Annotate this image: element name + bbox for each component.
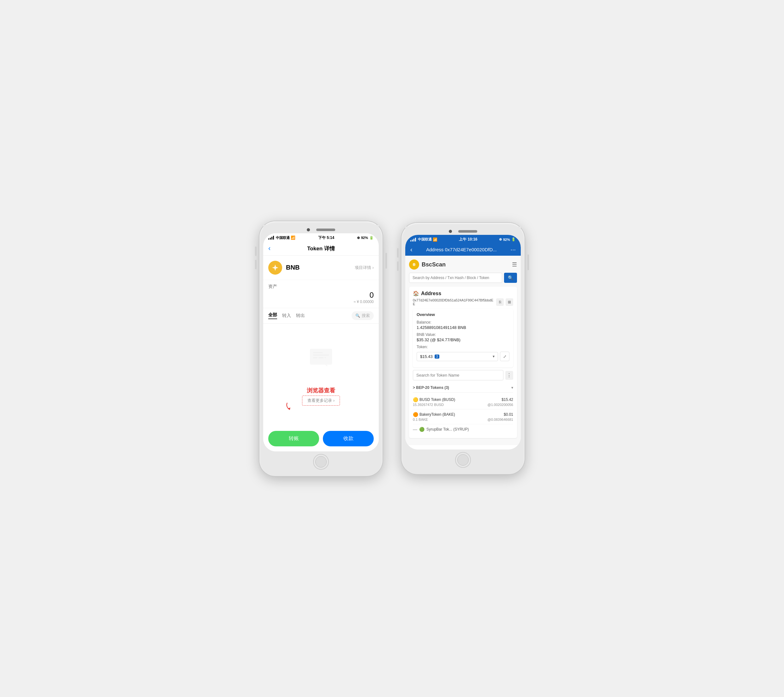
balance-row: Balance: 1.4258891081491148 BNB — [417, 320, 509, 330]
volume-up-btn-2[interactable] — [397, 248, 399, 258]
location-icon-2: ⊕ — [499, 237, 502, 242]
search-box[interactable]: 🔍 搜索 — [352, 311, 374, 320]
battery-icon-2: 🔋 — [511, 237, 516, 242]
project-detail-link[interactable]: 项目详情 › — [355, 265, 374, 270]
empty-state — [263, 323, 379, 381]
svg-rect-1 — [310, 349, 332, 364]
front-camera-2 — [449, 230, 452, 233]
bscscan-header: B BscScan ☰ — [409, 259, 517, 270]
bep20-header[interactable]: > BEP-20 Tokens (3) ▾ — [413, 383, 513, 393]
empty-icon — [305, 343, 337, 368]
receive-button[interactable]: 收款 — [323, 431, 374, 447]
token-count-badge: 3 — [435, 354, 440, 359]
bscscan-back-btn[interactable]: ‹ — [410, 246, 412, 253]
nav-header-phone1: ‹ Token 详情 — [263, 242, 379, 256]
busd-amount: 15.39267472 BUSD — [413, 403, 444, 407]
hamburger-menu[interactable]: ☰ — [512, 261, 517, 268]
bake-amount: 0.1 BAKE — [413, 418, 428, 422]
overview-title: Overview — [417, 312, 509, 317]
home-button-inner-2 — [457, 454, 469, 466]
filter-in[interactable]: 转入 — [282, 313, 291, 318]
token-expand-btn[interactable]: ⤢ — [500, 352, 509, 361]
signal-icon-2 — [410, 238, 416, 242]
asset-amount: 0 — [268, 291, 374, 300]
status-time-2: 上午 10:16 — [459, 237, 477, 242]
address-section-title: 🏠 Address — [413, 290, 513, 297]
token-search-input[interactable] — [413, 370, 503, 381]
carrier-name-2: 中国联通 — [418, 237, 432, 242]
overview-card: Overview Balance: 1.4258891081491148 BNB… — [413, 308, 513, 367]
home-button-phone1[interactable] — [313, 454, 329, 470]
svg-rect-2 — [313, 352, 323, 353]
asset-section: 资产 0 ≈ ¥ 0.00000 — [263, 280, 379, 308]
signal-icon — [268, 236, 274, 240]
view-more-btn[interactable]: 查看更多记录 › — [302, 395, 340, 405]
svg-marker-7 — [288, 407, 290, 410]
battery-pct: 92% — [361, 236, 368, 240]
volume-up-btn[interactable] — [255, 247, 257, 256]
battery-icon: 🔋 — [369, 236, 374, 240]
volume-down-btn-2[interactable] — [397, 261, 399, 271]
qr-address-btn[interactable]: ⊞ — [506, 298, 513, 306]
svg-rect-3 — [313, 354, 329, 356]
location-icon: ⊕ — [357, 236, 360, 240]
status-bar-phone1: 中国联通 📶 下午 5:14 ⊕ 92% 🔋 — [263, 233, 379, 242]
home-button-inner — [315, 456, 327, 468]
svg-text:B: B — [413, 263, 415, 267]
svg-marker-0 — [272, 265, 278, 271]
filter-all[interactable]: 全部 — [268, 312, 277, 319]
bep20-title: > BEP-20 Tokens (3) — [413, 386, 511, 390]
token-row-bake[interactable]: 🟠 BakeryToken (BAKE) $0.01 0.1 BAKE @0.0… — [413, 409, 513, 424]
status-time: 下午 5:14 — [318, 235, 334, 241]
view-more-section: 浏览器查看 查看更多记录 › — [263, 381, 379, 412]
bscscan-logo-icon: B — [409, 259, 419, 270]
address-emoji: 🏠 — [413, 290, 419, 297]
token-name: BNB — [286, 264, 355, 271]
token-dropdown: $15.43 3 ▾ ⤢ — [417, 352, 509, 361]
busd-icon: 🟡 — [413, 397, 418, 402]
token-row-overview: Token: $15.43 3 ▾ ⤢ — [417, 345, 509, 361]
volume-down-btn[interactable] — [255, 260, 257, 269]
token-row-busd[interactable]: 🟡 BUSD Token (BUSD) $15.42 15.39267472 B… — [413, 395, 513, 409]
bake-rate: @0.0839646681 — [488, 418, 513, 422]
bake-icon: 🟠 — [413, 412, 418, 417]
asset-label: 资产 — [268, 284, 374, 290]
power-btn-2[interactable] — [527, 254, 529, 270]
bscscan-search-button[interactable]: 🔍 — [504, 273, 517, 283]
home-button-phone2[interactable] — [455, 452, 471, 468]
token-search-row: ⋮ — [413, 370, 513, 381]
token-usd-value: $15.43 — [420, 354, 433, 359]
balance-label: Balance: — [417, 320, 509, 325]
filter-out[interactable]: 转出 — [296, 313, 305, 318]
token-more-options-btn[interactable]: ⋮ — [505, 371, 513, 380]
bscscan-page-title: Address 0x77d24E7e00020DfD... — [415, 247, 508, 252]
search-placeholder-phone1: 搜索 — [362, 313, 370, 318]
phone1-screen: 中国联通 📶 下午 5:14 ⊕ 92% 🔋 ‹ Token 详情 — [263, 233, 379, 451]
copy-address-btn[interactable]: ⎘ — [496, 298, 504, 306]
bscscan-nav: ‹ Address 0x77d24E7e00020DfD... ··· — [405, 243, 521, 256]
bscscan-more-btn[interactable]: ··· — [511, 246, 516, 253]
bscscan-logo-text: BscScan — [422, 261, 446, 268]
status-bar-phone2: 中国联通 📶 上午 10:16 ⊕ 92% 🔋 — [405, 235, 521, 243]
bscscan-search-input[interactable] — [409, 273, 502, 283]
back-button-phone1[interactable]: ‹ — [268, 244, 270, 252]
speaker-2 — [458, 230, 477, 232]
bscscan-body: B BscScan ☰ 🔍 🏠 Address — [405, 256, 521, 445]
carrier-name: 中国联通 — [276, 236, 290, 240]
balance-value: 1.4258891081491148 BNB — [417, 325, 509, 330]
busd-name: BUSD Token (BUSD) — [420, 397, 455, 402]
bscscan-logo: B BscScan — [409, 259, 446, 270]
power-btn[interactable] — [385, 253, 387, 269]
busd-usd: $15.42 — [502, 397, 513, 402]
phone-2: 中国联通 📶 上午 10:16 ⊕ 92% 🔋 ‹ Address 0x77d2… — [402, 223, 525, 474]
token-value-box[interactable]: $15.43 3 ▾ — [417, 352, 498, 361]
address-hash: 0x77d24E7e00020DfDb51a524A1F99C447Bf5bbd… — [413, 298, 513, 306]
browser-annotation: 浏览器查看 — [307, 387, 335, 394]
phone-1: 中国联通 📶 下午 5:14 ⊕ 92% 🔋 ‹ Token 详情 — [259, 221, 382, 476]
bnb-logo-icon — [268, 261, 282, 275]
token-row-syrup[interactable]: — 🟢 SyrupBar Tok... (SYRUP) — [413, 424, 513, 434]
bnb-value-row: BNB Value: $35.32 (@ $24.77/BNB) — [417, 333, 509, 342]
bnb-value: $35.32 (@ $24.77/BNB) — [417, 338, 509, 342]
syrup-dash: — — [413, 427, 417, 432]
transfer-button[interactable]: 转账 — [268, 431, 319, 447]
